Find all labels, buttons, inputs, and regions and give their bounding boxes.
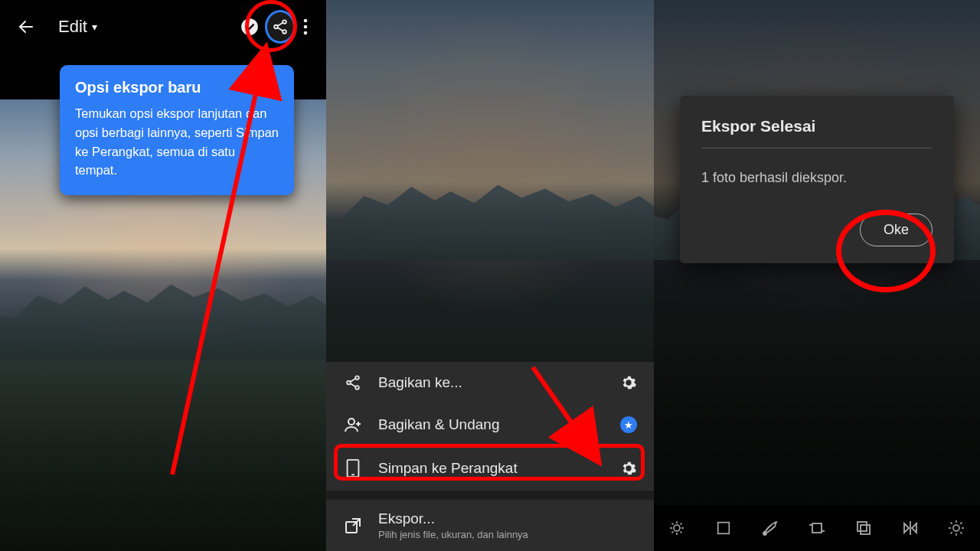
svg-rect-39 bbox=[861, 525, 870, 534]
healing-icon bbox=[668, 519, 686, 537]
dialog-divider bbox=[701, 148, 933, 148]
svg-line-51 bbox=[961, 523, 962, 524]
dialog-message: 1 foto berhasil diekspor. bbox=[701, 170, 933, 186]
svg-point-24 bbox=[674, 525, 680, 531]
tool-flip[interactable] bbox=[891, 509, 929, 547]
svg-line-23 bbox=[533, 367, 594, 455]
photo-preview-3 bbox=[654, 0, 980, 551]
ok-button[interactable]: Oke bbox=[860, 214, 933, 246]
annotation-arrow-2 bbox=[326, 0, 654, 551]
panel-step-1: Edit ▾ Opsi ekspor baru Temukan opsi eks… bbox=[0, 0, 326, 551]
annotation-arrow-1 bbox=[0, 0, 326, 551]
svg-rect-38 bbox=[858, 522, 867, 531]
svg-marker-42 bbox=[912, 523, 916, 533]
svg-line-31 bbox=[672, 532, 674, 533]
transform-icon bbox=[808, 519, 826, 537]
svg-line-30 bbox=[681, 532, 682, 533]
svg-marker-41 bbox=[904, 523, 909, 533]
square-crop-icon bbox=[715, 520, 732, 536]
tool-brightness[interactable] bbox=[937, 509, 975, 547]
svg-line-48 bbox=[951, 523, 952, 524]
svg-point-43 bbox=[953, 525, 959, 531]
svg-line-10 bbox=[172, 55, 264, 474]
tool-brush[interactable] bbox=[751, 509, 789, 547]
svg-line-50 bbox=[951, 532, 952, 533]
brightness-icon bbox=[947, 519, 965, 537]
panel-step-3: Ekspor Selesai 1 foto berhasil diekspor.… bbox=[654, 0, 980, 551]
tool-crop[interactable] bbox=[704, 509, 743, 547]
flip-icon bbox=[901, 519, 920, 537]
svg-line-29 bbox=[672, 523, 674, 525]
export-complete-dialog: Ekspor Selesai 1 foto berhasil diekspor.… bbox=[680, 96, 954, 263]
dialog-title: Ekspor Selesai bbox=[701, 117, 933, 135]
svg-rect-35 bbox=[812, 523, 822, 533]
panel-step-2: Bagikan ke... Bagikan & Undang ★ Simpan … bbox=[326, 0, 654, 551]
svg-line-32 bbox=[681, 523, 682, 525]
svg-rect-33 bbox=[718, 523, 730, 534]
tool-transform[interactable] bbox=[798, 509, 836, 547]
svg-point-34 bbox=[763, 532, 766, 535]
svg-line-49 bbox=[961, 532, 962, 533]
tool-healing[interactable] bbox=[658, 509, 696, 547]
bottom-toolbar bbox=[654, 505, 980, 551]
tool-copy[interactable] bbox=[844, 509, 883, 547]
copy-icon bbox=[854, 519, 873, 537]
brush-icon bbox=[761, 519, 779, 537]
